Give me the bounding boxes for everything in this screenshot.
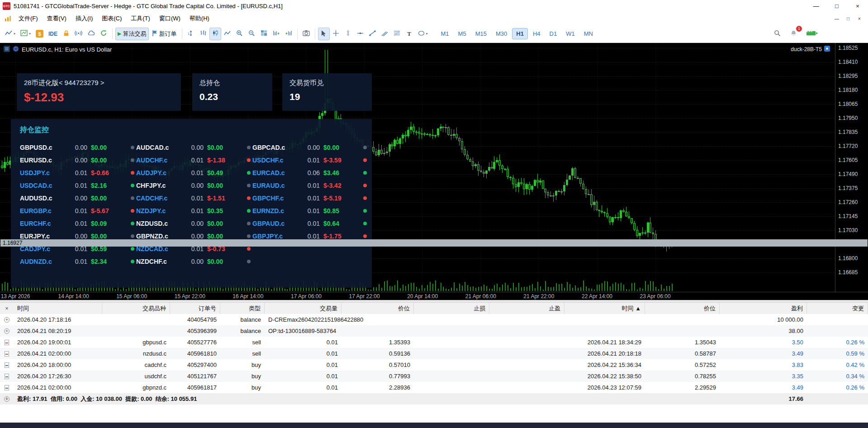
- column-header[interactable]: 时间 ▲: [564, 303, 645, 314]
- table-row[interactable]: 2026.04.21 02:00:00nzdusd.c405961810sell…: [0, 348, 868, 359]
- channel-button[interactable]: [379, 28, 391, 40]
- monitor-symbol: AUDCHF.c: [136, 157, 179, 164]
- table-row[interactable]: +2026.04.20 17:18:16404054795balanceD-CR…: [0, 314, 868, 325]
- algo-trading-button[interactable]: ▶ 算法交易: [115, 28, 148, 40]
- notifications-button[interactable]: 1: [787, 28, 799, 40]
- column-header[interactable]: 变更: [807, 303, 868, 314]
- monitor-symbol: EURAUD.c: [252, 182, 295, 189]
- column-header[interactable]: 盈利: [720, 303, 807, 314]
- text-tool-button[interactable]: T: [403, 28, 415, 40]
- price-tick: 1.17145: [838, 213, 858, 219]
- zoom-out-button[interactable]: [246, 28, 258, 40]
- cell-price: 0.59136: [342, 348, 414, 359]
- battery-indicator[interactable]: LVL: [804, 28, 820, 40]
- table-row[interactable]: +2026.04.21 08:20:19405396399balanceOP:t…: [0, 325, 868, 337]
- maximize-button[interactable]: □: [826, 0, 847, 12]
- timeframe-D1[interactable]: D1: [545, 28, 561, 39]
- time-axis[interactable]: 13 Apr 202614 Apr 14:0015 Apr 06:0015 Ap…: [0, 292, 868, 300]
- minimize-button[interactable]: —: [806, 0, 826, 12]
- table-row[interactable]: 2026.04.20 17:26:30usdchf.c405121767buy0…: [0, 371, 868, 382]
- cell-close_price: [645, 325, 720, 337]
- column-header[interactable]: 交易量: [265, 303, 342, 314]
- crosshair-icon: [332, 30, 339, 38]
- mdi-close-button[interactable]: ×: [854, 14, 864, 23]
- bars-mode-button[interactable]: [197, 28, 209, 40]
- ea-total-position-panel: 总持仓 0.23: [192, 73, 272, 111]
- price-scale[interactable]: 1.185251.184101.182951.181801.180651.179…: [835, 43, 868, 292]
- shapes-button[interactable]: ▾: [416, 28, 430, 40]
- menu-item-6[interactable]: 帮助(H): [185, 13, 214, 24]
- toolbox-close-button[interactable]: ×: [5, 303, 9, 314]
- menu-item-0[interactable]: 文件(F): [14, 13, 43, 24]
- chevron-down-icon: ▾: [29, 32, 31, 36]
- application-window: GTC 51081741 - GTCGlobalTrade-Server - H…: [0, 0, 868, 428]
- close-button[interactable]: ×: [847, 0, 868, 12]
- tile-windows-button[interactable]: [258, 28, 270, 40]
- lock-button[interactable]: [60, 28, 72, 40]
- menu-item-4[interactable]: 工具(T): [126, 13, 155, 24]
- crosshair-button[interactable]: [330, 28, 342, 40]
- table-row[interactable]: 2026.04.21 02:00:00gbpnzd.c405961817buy0…: [0, 382, 868, 393]
- new-order-button[interactable]: 新订单: [149, 28, 179, 40]
- scale-fix-button[interactable]: 1: [185, 28, 197, 40]
- line-mode-button[interactable]: [222, 28, 233, 40]
- mdi-restore-button[interactable]: □: [843, 14, 853, 23]
- screenshot-button[interactable]: [300, 28, 312, 40]
- chart-line-style-button[interactable]: ▾: [3, 28, 18, 40]
- menu-item-5[interactable]: 窗口(W): [155, 13, 185, 24]
- menu-item-3[interactable]: 图表(C): [97, 13, 126, 24]
- column-header[interactable]: 价位: [342, 303, 414, 314]
- fibonacci-button[interactable]: [391, 28, 403, 40]
- column-header[interactable]: 止盈: [489, 303, 564, 314]
- signals-button[interactable]: [72, 28, 85, 40]
- trendline-button[interactable]: [367, 28, 379, 40]
- cell-type: buy: [220, 382, 265, 393]
- quotes-button[interactable]: $: [33, 28, 46, 40]
- refresh-button[interactable]: [98, 28, 109, 40]
- timeframe-MN[interactable]: MN: [580, 28, 597, 39]
- cursor-icon: [321, 30, 327, 38]
- table-row[interactable]: 2026.04.20 18:00:00cadchf.c405297400buy0…: [0, 359, 868, 371]
- mdi-minimize-button[interactable]: —: [832, 14, 842, 23]
- timeframe-W1[interactable]: W1: [562, 28, 579, 39]
- vertical-line-button[interactable]: [342, 28, 354, 40]
- column-header[interactable]: 交易品种: [102, 303, 170, 314]
- ide-button[interactable]: IDE: [46, 28, 60, 40]
- column-header[interactable]: 价位: [645, 303, 720, 314]
- row-type-icon: [0, 359, 14, 371]
- column-header[interactable]: 订单号: [170, 303, 220, 314]
- chart-menu-icon[interactable]: [4, 46, 10, 53]
- monitor-symbol: GBPCHF.c: [252, 195, 295, 202]
- chart-shift-button[interactable]: [283, 28, 294, 40]
- search-button[interactable]: [771, 28, 783, 40]
- monitor-profit: $0.00: [91, 157, 127, 164]
- column-header[interactable]: 类型: [220, 303, 265, 314]
- indicator-template-button[interactable]: ▾: [18, 28, 33, 40]
- horizontal-line-button[interactable]: [355, 28, 366, 40]
- status-dot: [247, 209, 251, 213]
- auto-scroll-button[interactable]: [270, 28, 282, 40]
- column-header[interactable]: 止损: [414, 303, 489, 314]
- monitor-symbol: AUDUSD.c: [20, 195, 63, 202]
- chart-area[interactable]: EURUSD.c, H1: Euro vs US Dollar duck-28B…: [0, 43, 868, 300]
- column-header[interactable]: 时间: [14, 303, 102, 314]
- timeframe-H1[interactable]: H1: [512, 28, 528, 39]
- timeframe-M1[interactable]: M1: [437, 28, 453, 39]
- zoom-in-button[interactable]: [234, 28, 246, 40]
- timeframe-M30[interactable]: M30: [492, 28, 511, 39]
- toolbox-panel: × 时间交易品种订单号类型交易量价位止损止盈时间 ▲价位盈利变更 +2026.0…: [0, 303, 868, 404]
- timeframe-M15[interactable]: M15: [471, 28, 491, 39]
- time-tick: 14 Apr 14:00: [58, 293, 89, 300]
- scale-icon: 1: [188, 30, 194, 38]
- table-row[interactable]: 2026.04.20 19:00:01gbpusd.c405527776sell…: [0, 337, 868, 348]
- monitor-item: [252, 255, 369, 268]
- candles-mode-button[interactable]: [209, 28, 221, 40]
- timeframe-M5[interactable]: M5: [454, 28, 470, 39]
- cell-tp: [489, 359, 564, 371]
- monitor-symbol: USDCAD.c: [20, 182, 63, 189]
- menu-item-1[interactable]: 查看(V): [43, 13, 71, 24]
- menu-item-2[interactable]: 插入(I): [71, 13, 97, 24]
- cursor-button[interactable]: [318, 28, 330, 40]
- timeframe-H4[interactable]: H4: [529, 28, 545, 39]
- cloud-button[interactable]: [85, 28, 97, 40]
